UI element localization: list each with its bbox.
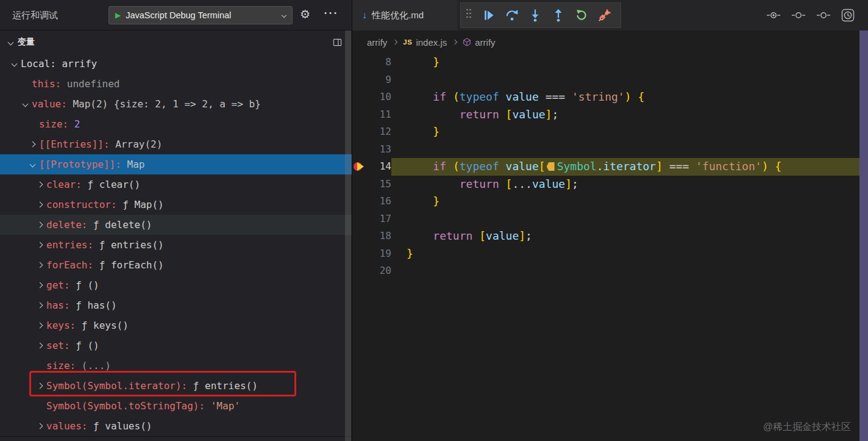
glyph-margin[interactable] <box>352 71 367 89</box>
gear-icon[interactable]: ⚙ <box>300 7 310 21</box>
twistie-slot <box>33 263 46 267</box>
variable-name: this: <box>32 78 61 90</box>
editor-scrollbar[interactable] <box>859 30 868 441</box>
code-line-20[interactable]: 20 <box>352 262 868 280</box>
chevron-down-icon[interactable] <box>22 101 28 107</box>
chevron-right-icon[interactable] <box>37 423 43 429</box>
variables-section-header[interactable]: 变量 <box>0 30 352 54</box>
breadcrumb-symbol[interactable]: arrify <box>463 37 495 48</box>
code-line-19[interactable]: 19} <box>352 245 868 263</box>
circle-dash-icon-1[interactable] <box>766 10 781 20</box>
variable-row[interactable]: has: ƒ has() <box>0 295 352 315</box>
glyph-margin[interactable] <box>352 106 367 124</box>
variable-row[interactable]: [[Prototype]]: Map <box>0 154 352 174</box>
tab-performance-md[interactable]: ↓ 性能优化.md <box>352 0 457 30</box>
variable-row[interactable]: this: undefined <box>0 74 352 94</box>
code-token: [ <box>539 160 546 173</box>
variable-row[interactable]: forEach: ƒ forEach() <box>0 255 352 275</box>
variable-value: ƒ clear() <box>82 179 140 190</box>
code-line-17[interactable]: 17 <box>352 210 868 228</box>
breadcrumb-file[interactable]: JS index.js <box>403 37 447 48</box>
glyph-margin[interactable] <box>352 158 367 176</box>
code-token: return <box>433 229 472 242</box>
glyph-margin[interactable] <box>352 176 367 193</box>
variable-row[interactable]: delete: ƒ delete() <box>0 215 352 235</box>
glyph-margin[interactable] <box>352 262 367 280</box>
chevron-right-icon[interactable] <box>37 303 43 309</box>
code-token: value <box>512 108 545 121</box>
chevron-right-icon[interactable] <box>37 383 43 389</box>
variable-name: constructor: <box>46 199 117 210</box>
glyph-margin[interactable] <box>352 210 367 228</box>
code-line-11[interactable]: 11 return [value]; <box>352 106 868 124</box>
line-content: return [...value]; <box>391 176 868 193</box>
glyph-margin[interactable] <box>352 228 367 245</box>
variable-row[interactable]: size: (...) <box>0 356 352 376</box>
breadcrumb-file-label: index.js <box>416 37 447 48</box>
variable-row[interactable]: clear: ƒ clear() <box>0 174 352 195</box>
chevron-right-icon[interactable] <box>37 262 43 268</box>
chevron-down-icon[interactable] <box>11 61 17 67</box>
variable-row[interactable]: get: ƒ () <box>0 275 352 295</box>
chevron-right-icon[interactable] <box>37 242 43 248</box>
glyph-margin[interactable] <box>352 245 367 263</box>
more-actions-icon[interactable]: ⋯ <box>323 4 338 21</box>
chevron-right-icon[interactable] <box>37 222 43 228</box>
code-line-14[interactable]: 14 if (typeof value[Symbol.iterator] ===… <box>352 158 868 176</box>
step-over-button[interactable] <box>501 4 523 26</box>
variable-row[interactable]: size: 2 <box>0 114 352 134</box>
code-line-9[interactable]: 9 <box>352 71 868 89</box>
code-line-15[interactable]: 15 return [...value]; <box>352 176 868 193</box>
variable-row[interactable]: values: ƒ values() <box>0 416 352 436</box>
variable-row[interactable]: value: Map(2) {size: 2, 1 => 2, a => b} <box>0 94 352 114</box>
chevron-right-icon[interactable] <box>37 323 43 329</box>
code-token: === <box>539 90 572 103</box>
glyph-margin[interactable] <box>352 88 367 106</box>
step-out-button[interactable] <box>547 4 569 26</box>
variable-row[interactable]: Symbol(Symbol.toStringTag): 'Map' <box>0 396 352 416</box>
variable-row[interactable]: constructor: ƒ Map() <box>0 195 352 215</box>
step-into-button[interactable] <box>524 4 546 26</box>
variable-row[interactable]: Local: arrify <box>0 54 352 74</box>
breadcrumb-folder[interactable]: arrify <box>367 37 387 48</box>
variable-row[interactable]: set: ƒ () <box>0 335 352 356</box>
variable-row[interactable]: keys: ƒ keys() <box>0 315 352 335</box>
debug-config-dropdown[interactable]: ▶ JavaScript Debug Terminal <box>108 6 293 24</box>
chevron-right-icon[interactable] <box>37 202 43 208</box>
open-panel-icon[interactable] <box>333 38 342 47</box>
inline-breakpoint-icon[interactable] <box>547 162 555 171</box>
code-line-18[interactable]: 18 return [value]; <box>352 228 868 245</box>
sidebar-scrollbar[interactable] <box>345 30 351 441</box>
code-line-8[interactable]: 8 } <box>352 54 868 71</box>
code-line-13[interactable]: 13 <box>352 141 868 159</box>
glyph-margin[interactable] <box>352 141 367 159</box>
variable-row[interactable]: entries: ƒ entries() <box>0 235 352 255</box>
code-line-12[interactable]: 12 } <box>352 123 868 141</box>
variable-row[interactable]: [[Entries]]: Array(2) <box>0 134 352 154</box>
restart-button[interactable] <box>571 4 592 26</box>
twistie-slot <box>33 203 46 207</box>
glyph-margin[interactable] <box>352 123 367 141</box>
clock-icon[interactable] <box>841 9 855 22</box>
variable-value: ƒ Map() <box>117 199 164 210</box>
chevron-right-icon[interactable] <box>37 343 43 349</box>
code-token: ] <box>565 177 572 190</box>
variable-value: Array(2) <box>110 138 163 150</box>
code-line-10[interactable]: 10 if (typeof value === 'string') { <box>352 88 868 106</box>
chevron-right-icon[interactable] <box>37 282 43 289</box>
circle-dash-icon-3[interactable] <box>816 10 831 20</box>
disconnect-button[interactable] <box>594 4 616 26</box>
watch-section-header[interactable]: 监视 <box>0 436 352 441</box>
debug-config-label: JavaScript Debug Terminal <box>126 10 277 20</box>
chevron-right-icon[interactable] <box>37 182 43 188</box>
chevron-right-icon[interactable] <box>29 142 35 148</box>
drag-handle-icon[interactable] <box>466 8 474 23</box>
code-line-16[interactable]: 16 } <box>352 193 868 210</box>
glyph-margin[interactable] <box>352 193 367 210</box>
code-editor[interactable]: 8 }910 if (typeof value === 'string') {1… <box>352 54 868 441</box>
variable-row[interactable]: Symbol(Symbol.iterator): ƒ entries() <box>0 376 352 396</box>
circle-dash-icon-2[interactable] <box>791 10 806 20</box>
continue-button[interactable] <box>478 4 500 26</box>
chevron-down-icon[interactable] <box>29 162 35 168</box>
glyph-margin[interactable] <box>352 54 367 71</box>
